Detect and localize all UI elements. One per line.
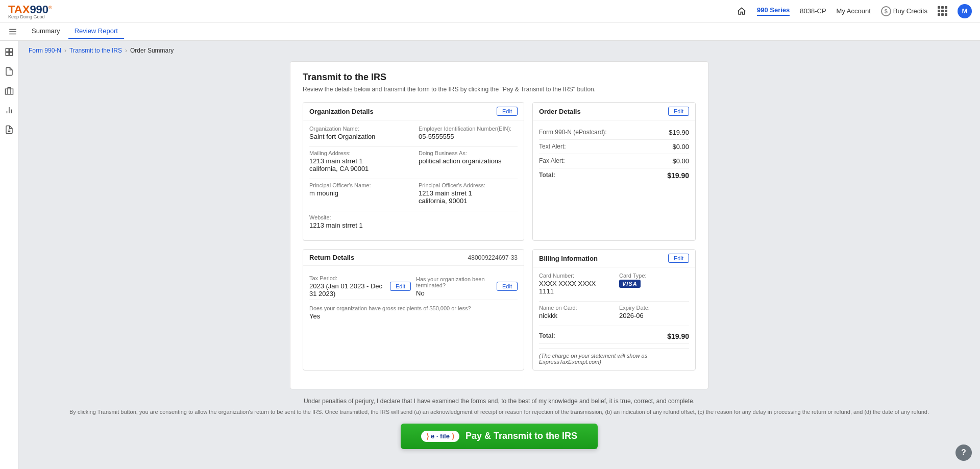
principal-name-label: Principal Officer's Name: — [309, 182, 408, 188]
order-details-edit-button[interactable]: Edit — [668, 107, 689, 116]
form990n-value: $19.90 — [669, 129, 689, 136]
fax-alert-value: $0.00 — [672, 157, 689, 165]
tax-period-label: Tax Period: — [309, 275, 385, 281]
visa-badge: VISA — [619, 280, 641, 288]
ein-value: 05-5555555 — [419, 133, 518, 140]
svg-rect-7 — [5, 89, 13, 94]
org-name-value: Saint fort Organization — [309, 133, 408, 140]
sidebar-icon-chart[interactable] — [3, 104, 15, 116]
help-button[interactable]: ? — [955, 445, 972, 461]
org-details-card: Organization Details Edit Organization N… — [303, 102, 524, 241]
tab-review-report[interactable]: Review Report — [68, 24, 124, 39]
sidebar-icon-home[interactable] — [3, 46, 15, 58]
expiry-value: 2026-06 — [619, 312, 689, 319]
principal-addr-line1: 1213 main strret 1 — [419, 189, 518, 197]
terminated-edit-button[interactable]: Edit — [497, 282, 518, 291]
card-name-label: Name on Card: — [539, 305, 609, 311]
perjury-text: Under penalties of perjury, I declare th… — [49, 398, 949, 405]
secondary-navigation: Summary Review Report — [0, 22, 980, 41]
card-num-col: Card Number: XXXX XXXX XXXX 1111 — [539, 273, 609, 295]
return-details-title: Return Details — [309, 254, 354, 261]
card-name-col: Name on Card: nickkk — [539, 305, 609, 319]
sidebar-icon-file[interactable] — [3, 124, 15, 136]
efile-text: e · file — [431, 432, 450, 440]
order-details-card: Order Details Edit Form 990-N (ePostcard… — [532, 102, 696, 241]
8038cp-link[interactable]: 8038-CP — [800, 7, 826, 15]
principal-row: Principal Officer's Name: m mounig Princ… — [309, 182, 518, 205]
billing-info-body: Card Number: XXXX XXXX XXXX 1111 Card Ty… — [533, 267, 695, 370]
card-name-value: nickkk — [539, 312, 609, 319]
breadcrumb-current: Order Summary — [130, 47, 174, 54]
org-details-body: Organization Name: Saint fort Organizati… — [303, 120, 524, 240]
dba-label: Doing Business As: — [419, 150, 518, 156]
breadcrumb-form[interactable]: Form 990-N — [29, 47, 61, 54]
card-num-row: Card Number: XXXX XXXX XXXX 1111 Card Ty… — [539, 273, 689, 295]
principal-addr-col: Principal Officer's Address: 1213 main s… — [419, 182, 518, 205]
principal-name-col: Principal Officer's Name: m mounig — [309, 182, 408, 205]
form990n-label: Form 990-N (ePostcard): — [539, 129, 607, 136]
return-details-card: Return Details 480009224697-33 Tax Perio… — [303, 249, 524, 371]
apps-grid-icon[interactable] — [938, 6, 947, 16]
order-details-title: Order Details — [539, 108, 581, 115]
efile-badge: ⟩ e · file ⟩ — [421, 431, 459, 442]
fax-alert-line: Fax Alert: $0.00 — [539, 154, 689, 168]
gross-label: Does your organization have gross recipi… — [309, 305, 518, 311]
order-total-value: $19.90 — [667, 171, 689, 180]
gross-value: Yes — [309, 312, 518, 320]
sidebar-icon-document[interactable] — [3, 65, 15, 78]
top-nav-right: 990 Series 8038-CP My Account $ Buy Cred… — [737, 4, 972, 18]
return-details-header: Return Details 480009224697-33 — [303, 250, 524, 266]
user-avatar[interactable]: M — [958, 4, 972, 18]
page-subtitle: Review the details below and transmit th… — [303, 86, 696, 93]
transmit-btn-label: Pay & Transmit to the IRS — [465, 431, 577, 441]
dba-col: Doing Business As: political action orga… — [419, 150, 518, 172]
principal-addr-line2: california, 90001 — [419, 197, 518, 205]
org-details-title: Organization Details — [309, 108, 374, 115]
terminated-col: Has your organization been terminated? N… — [416, 276, 492, 297]
bottom-section-row: Return Details 480009224697-33 Tax Perio… — [303, 249, 696, 371]
org-name-col: Organization Name: Saint fort Organizati… — [309, 126, 408, 140]
return-id: 480009224697-33 — [468, 254, 518, 261]
my-account-link[interactable]: My Account — [837, 7, 871, 15]
tax-period-value: 2023 (Jan 01 2023 - Dec 31 2023) — [309, 282, 385, 298]
text-alert-label: Text Alert: — [539, 143, 566, 151]
gross-row: Does your organization have gross recipi… — [309, 305, 518, 320]
expiry-col: Expiry Date: 2026-06 — [619, 305, 689, 319]
charge-note: (The charge on your statement will show … — [539, 348, 689, 365]
buy-credits-button[interactable]: $ Buy Credits — [881, 6, 927, 16]
tax-period-edit-button[interactable]: Edit — [390, 282, 411, 291]
billing-info-edit-button[interactable]: Edit — [668, 254, 689, 263]
text-alert-value: $0.00 — [672, 143, 689, 151]
tab-summary[interactable]: Summary — [26, 24, 66, 39]
ein-col: Employer Identification Number(EIN): 05-… — [419, 126, 518, 140]
mailing-line2: california, CA 90001 — [309, 165, 408, 172]
card-num-value: XXXX XXXX XXXX 1111 — [539, 280, 609, 295]
footer-area: Under penalties of perjury, I declare th… — [29, 389, 970, 453]
top-navigation: TAX 990 ® Keep Doing Good 990 Series 803… — [0, 0, 980, 22]
menu-icon[interactable] — [6, 25, 19, 38]
mailing-row: Mailing Address: 1213 main strret 1 cali… — [309, 150, 518, 172]
efile-arrow-icon: ⟩ — [426, 432, 429, 440]
card-num-label: Card Number: — [539, 273, 609, 279]
terminated-value: No — [416, 289, 492, 297]
home-button[interactable] — [737, 6, 747, 16]
billing-info-title: Billing Information — [539, 255, 598, 262]
billing-info-header: Billing Information Edit — [533, 250, 695, 267]
svg-rect-6 — [9, 53, 12, 56]
return-details-body: Tax Period: 2023 (Jan 01 2023 - Dec 31 2… — [303, 266, 524, 331]
breadcrumb-sep1: › — [64, 47, 66, 54]
order-details-body: Form 990-N (ePostcard): $19.90 Text Aler… — [533, 120, 695, 188]
breadcrumb-transmit[interactable]: Transmit to the IRS — [69, 47, 122, 54]
terminated-label: Has your organization been terminated? — [416, 276, 492, 288]
principal-addr-label: Principal Officer's Address: — [419, 182, 518, 188]
sidebar-icon-building[interactable] — [3, 85, 15, 97]
website-row: Website: 1213 main strret 1 — [309, 214, 518, 229]
logo: TAX 990 ® Keep Doing Good — [8, 3, 52, 19]
pay-transmit-button[interactable]: ⟩ e · file ⟩ Pay & Transmit to the IRS — [401, 424, 598, 449]
990-series-button[interactable]: 990 Series — [757, 6, 790, 16]
principal-name-value: m mounig — [309, 189, 408, 197]
order-total-line: Total: $19.90 — [539, 168, 689, 183]
top-section-row: Organization Details Edit Organization N… — [303, 102, 696, 241]
org-details-edit-button[interactable]: Edit — [497, 107, 518, 116]
website-col: Website: 1213 main strret 1 — [309, 214, 518, 229]
